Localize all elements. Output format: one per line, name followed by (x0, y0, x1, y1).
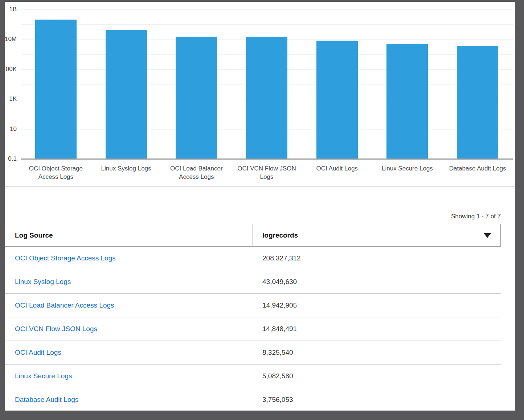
logrecords-value: 208,327,312 (253, 254, 501, 262)
y-gridline (21, 9, 513, 10)
log-source-cell: OCI Audit Logs (5, 349, 253, 357)
log-source-cell: OCI VCN Flow JSON Logs (5, 325, 253, 333)
section-divider (5, 186, 515, 187)
y-gridline (21, 24, 513, 25)
x-axis-category-label: Linux Syslog Logs (91, 164, 161, 173)
column-header-log-source-label: Log Source (15, 231, 53, 239)
dashboard-panel: 1B10M00K1K100.1OCI Object Storage Access… (5, 2, 515, 411)
y-axis-tick-label: 10M (5, 35, 17, 43)
log-source-link[interactable]: OCI Audit Logs (15, 349, 61, 356)
logrecords-value: 43,049,630 (253, 278, 501, 286)
bar-oci-vcn-flow-json-logs[interactable] (246, 37, 287, 158)
log-source-link[interactable]: OCI Object Storage Access Logs (15, 254, 116, 262)
log-source-cell: Database Audit Logs (5, 396, 253, 404)
bar-linux-syslog-logs[interactable] (106, 30, 147, 158)
log-sources-table: Log Source logrecords OCI Object Storage… (5, 224, 501, 411)
logrecords-bar-chart: 1B10M00K1K100.1OCI Object Storage Access… (5, 2, 515, 186)
table-row: OCI VCN Flow JSON Logs14,848,491 (5, 317, 501, 341)
log-source-cell: OCI Object Storage Access Logs (5, 254, 253, 262)
x-axis-category-label: Database Audit Logs (442, 164, 513, 173)
table-row: OCI Audit Logs8,325,540 (5, 341, 501, 365)
table-row: OCI Load Balancer Access Logs14,942,905 (5, 294, 501, 317)
x-axis-category-label: OCI Load Balancer Access Logs (161, 164, 232, 181)
bar-oci-audit-logs[interactable] (316, 41, 358, 158)
column-header-log-source: Log Source (5, 224, 253, 246)
logrecords-value: 5,082,580 (253, 372, 501, 380)
log-source-link[interactable]: OCI Load Balancer Access Logs (15, 301, 114, 309)
column-header-logrecords-label: logrecords (262, 231, 298, 239)
bar-database-audit-logs[interactable] (457, 46, 498, 158)
log-source-link[interactable]: Linux Secure Logs (15, 372, 72, 380)
x-axis-category-label: OCI VCN Flow JSON Logs (232, 164, 302, 181)
logrecords-value: 14,848,491 (253, 325, 501, 333)
y-axis-tick-label: 1B (5, 5, 17, 13)
log-source-link[interactable]: Linux Syslog Logs (15, 278, 71, 285)
logrecords-value: 14,942,905 (253, 301, 501, 309)
log-source-cell: Linux Secure Logs (5, 372, 253, 380)
table-header-row: Log Source logrecords (5, 224, 501, 247)
table-row: Linux Syslog Logs43,049,630 (5, 270, 501, 294)
x-axis-line (21, 158, 513, 160)
logrecords-value: 3,756,053 (253, 396, 501, 404)
y-axis-tick-label: 00K (5, 65, 17, 73)
table-row: OCI Object Storage Access Logs208,327,31… (5, 247, 501, 270)
x-axis-category-label: Linux Secure Logs (372, 164, 443, 173)
column-header-logrecords[interactable]: logrecords (253, 224, 500, 246)
sort-descending-icon[interactable] (484, 233, 491, 238)
x-axis-category-label: OCI Audit Logs (302, 164, 372, 173)
table-body: OCI Object Storage Access Logs208,327,31… (5, 247, 501, 411)
y-axis-tick-label: 1K (5, 95, 17, 103)
logrecords-value: 8,325,540 (253, 349, 501, 357)
x-axis-category-label: OCI Object Storage Access Logs (21, 164, 91, 181)
log-source-cell: OCI Load Balancer Access Logs (5, 301, 253, 309)
log-source-cell: Linux Syslog Logs (5, 278, 253, 286)
pagination-status: Showing 1 - 7 of 7 (451, 213, 501, 221)
table-row: Linux Secure Logs5,082,580 (5, 365, 501, 388)
bar-oci-object-storage-access-logs[interactable] (35, 20, 77, 158)
bar-oci-load-balancer-access-logs[interactable] (176, 37, 217, 158)
bar-linux-secure-logs[interactable] (386, 44, 428, 158)
table-row: Database Audit Logs3,756,053 (5, 388, 501, 411)
y-axis-tick-label: 0.1 (5, 155, 17, 163)
y-axis-tick-label: 10 (5, 125, 17, 133)
log-source-link[interactable]: Database Audit Logs (15, 396, 78, 403)
log-source-link[interactable]: OCI VCN Flow JSON Logs (15, 325, 97, 333)
